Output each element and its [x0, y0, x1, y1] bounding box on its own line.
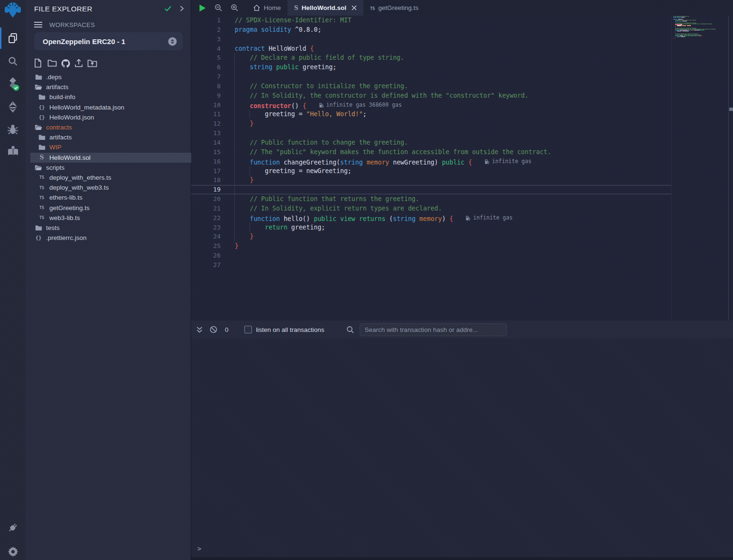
code-line-14[interactable]: // Public function to change the greetin…	[191, 138, 671, 147]
github-icon[interactable]	[61, 58, 69, 68]
tree-item-deploy-with-web3-ts[interactable]: TSdeploy_with_web3.ts	[30, 183, 191, 193]
tree-item--prettierrc-json[interactable]: {}.prettierrc.json	[30, 233, 191, 243]
code-editor[interactable]: 1234567891011121314151617181920212223242…	[191, 16, 733, 321]
check-icon[interactable]	[164, 5, 172, 12]
chevron-right-icon[interactable]	[179, 5, 184, 12]
code-line-4[interactable]: contract HelloWorld {	[191, 44, 671, 54]
solidity-compiler-icon[interactable]	[0, 75, 26, 92]
plug-icon[interactable]	[0, 519, 26, 536]
tree-item-web3-lib-ts[interactable]: TSweb3-lib.ts	[30, 213, 191, 223]
play-icon[interactable]	[194, 0, 210, 16]
tree-item-label: artifacts	[46, 83, 68, 91]
code-line-5[interactable]: // Declare a public field of type string…	[191, 53, 671, 63]
code-line-6[interactable]: string public greeting;	[191, 63, 671, 72]
chevrons-down-icon[interactable]	[196, 326, 203, 333]
tree-item-getgreeting-ts[interactable]: TSgetGreeting.ts	[30, 202, 191, 212]
code-line-3[interactable]	[191, 35, 671, 44]
scrollbar-track[interactable]	[728, 16, 733, 321]
search-icon[interactable]	[0, 53, 26, 70]
close-icon[interactable]	[352, 5, 357, 10]
code-line-11[interactable]: greeting = "Hello, World!";	[191, 110, 671, 119]
transaction-count: 0	[225, 326, 229, 333]
debugger-icon[interactable]	[0, 121, 26, 138]
code-line-2[interactable]: pragma solidity ^0.8.0;	[191, 25, 671, 35]
code-line-16[interactable]: function changeGreeting(string memory ne…	[191, 157, 671, 166]
folder-open-icon	[35, 165, 42, 171]
tree-item-helloworld-sol[interactable]: SHelloWorld.sol	[30, 153, 191, 163]
tree-item-label: deploy_with_web3.ts	[49, 184, 109, 191]
remix-logo[interactable]	[0, 2, 26, 19]
ban-icon[interactable]	[210, 326, 217, 333]
code-line-22[interactable]: function hello() public view returns (st…	[191, 213, 671, 223]
tree-item--deps[interactable]: .deps	[30, 72, 191, 82]
tree-item-helloworld-metadata-json[interactable]: {}HelloWorld_metadata.json	[30, 102, 191, 112]
workspace-select[interactable]: OpenZeppelin ERC20 - 1	[34, 32, 183, 50]
tree-item-label: web3-lib.ts	[49, 214, 80, 221]
code-line-9[interactable]: // In Solidity, the constructor is defin…	[191, 91, 671, 101]
tree-item-artifacts[interactable]: artifacts	[30, 82, 191, 92]
code-line-13[interactable]	[191, 129, 671, 138]
terminal-output[interactable]: >	[191, 339, 733, 560]
tree-item-wip[interactable]: WIP	[30, 142, 191, 152]
code-line-27[interactable]	[191, 260, 671, 270]
tree-item-ethers-lib-ts[interactable]: TSethers-lib.ts	[30, 193, 191, 202]
folder-icon	[38, 144, 46, 150]
minimap[interactable]	[673, 16, 728, 41]
deploy-run-icon[interactable]	[0, 98, 26, 115]
code-line-18[interactable]: }	[191, 175, 671, 185]
tree-item-artifacts[interactable]: artifacts	[30, 132, 191, 142]
tree-item-scripts[interactable]: scripts	[30, 163, 191, 173]
code-line-12[interactable]: }	[191, 119, 671, 129]
new-folder-icon[interactable]	[47, 58, 56, 68]
menu-icon[interactable]	[34, 21, 42, 28]
code-line-25[interactable]: }	[191, 241, 671, 251]
code-line-15[interactable]: // The "public" keyword makes the functi…	[191, 147, 671, 157]
zoom-out-icon[interactable]	[210, 0, 226, 16]
tree-item-build-info[interactable]: build-info	[30, 92, 191, 102]
code-line-21[interactable]: // In Solidity, explicit return types ar…	[191, 204, 671, 213]
tab-label: getGreeting.ts	[378, 4, 418, 11]
tab-getgreeting-ts[interactable]: TSgetGreeting.ts	[363, 0, 425, 16]
tree-item-label: build-info	[49, 93, 75, 101]
code-line-20[interactable]: // Public function that returns the gree…	[191, 194, 671, 204]
code-line-23[interactable]: return greeting;	[191, 223, 671, 232]
tree-item-helloworld-json[interactable]: {}HelloWorld.json	[30, 112, 191, 122]
file-toolbar	[34, 58, 96, 68]
folder-icon	[35, 74, 42, 80]
tree-item-contracts[interactable]: contracts	[30, 122, 191, 132]
scrollbar-handle[interactable]	[729, 108, 733, 111]
code-line-19[interactable]	[191, 185, 671, 194]
indent-guide	[250, 223, 250, 232]
gas-estimate: infinite gas	[465, 213, 512, 223]
upload-folder-icon[interactable]	[87, 58, 96, 68]
gear-icon[interactable]	[0, 543, 26, 560]
indent-guide	[234, 101, 235, 110]
tree-item-tests[interactable]: tests	[30, 223, 191, 233]
code-line-24[interactable]: }	[191, 232, 671, 241]
main-area: HomeSHelloWorld.solTSgetGreeting.ts 1234…	[191, 0, 733, 560]
zoom-in-icon[interactable]	[226, 0, 242, 16]
tab-helloworld-sol[interactable]: SHelloWorld.sol	[288, 0, 363, 16]
code-line-1[interactable]: // SPDX-License-Identifier: MIT	[191, 16, 671, 25]
code-line-17[interactable]: greeting = newGreeting;	[191, 166, 671, 176]
code-line-26[interactable]	[191, 251, 671, 260]
upload-file-icon[interactable]	[74, 58, 83, 68]
file-explorer-icon[interactable]	[0, 29, 26, 46]
transaction-search-input[interactable]	[360, 323, 507, 336]
workspace-name: OpenZeppelin ERC20 - 1	[43, 37, 125, 46]
book-icon[interactable]	[0, 142, 26, 159]
indent-guide	[234, 53, 235, 63]
folder-icon	[38, 94, 46, 100]
listen-checkbox[interactable]	[244, 326, 252, 333]
tab-home[interactable]: Home	[246, 0, 288, 16]
indent-guide	[234, 157, 235, 166]
new-file-icon[interactable]	[34, 58, 43, 68]
code-line-8[interactable]: // Constructor to initialize the greetin…	[191, 82, 671, 91]
minimap-divider	[671, 16, 672, 321]
listen-label: listen on all transactions	[256, 326, 325, 333]
terminal-toolbar: 0 listen on all transactions	[191, 321, 733, 339]
code-line-10[interactable]: constructor() {infinite gas 368600 gas	[191, 101, 671, 110]
tree-item-deploy-with-ethers-ts[interactable]: TSdeploy_with_ethers.ts	[30, 173, 191, 183]
code-line-7[interactable]	[191, 72, 671, 82]
tree-item-label: ethers-lib.ts	[49, 194, 83, 201]
